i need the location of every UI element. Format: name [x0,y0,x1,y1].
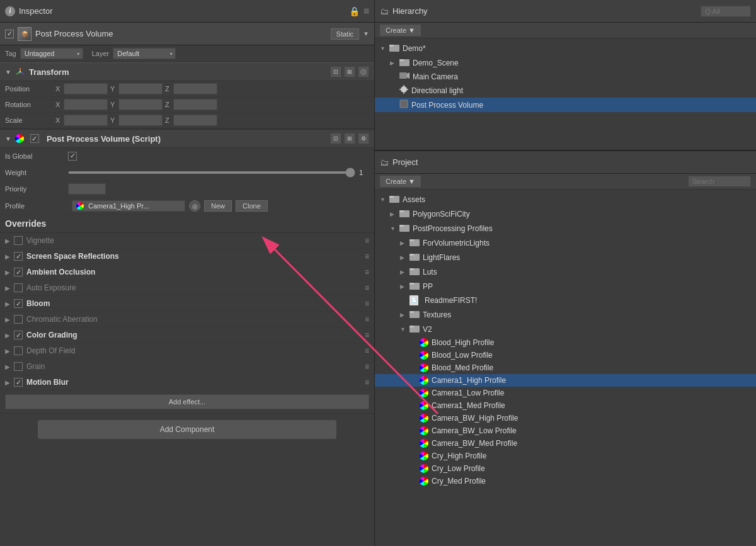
override-item[interactable]: ▶ Color Grading ≡ [0,327,374,343]
project-item[interactable]: Camera1_High Profile [375,374,756,387]
project-item[interactable]: ▶PolygonSciFiCity [375,207,756,221]
override-item[interactable]: ▶ Grain ≡ [0,359,374,375]
new-profile-button[interactable]: New [204,200,232,212]
scale-x-input[interactable]: 1 [64,115,108,126]
position-z-input[interactable]: 0 [173,83,217,94]
project-item[interactable]: ▶PP [375,279,756,293]
rotation-y-input[interactable]: 0 [118,99,163,110]
override-menu-icon[interactable]: ≡ [365,331,369,339]
project-item[interactable]: Blood_Low Profile [375,349,756,361]
project-item[interactable]: Cry_Low Profile [375,462,756,475]
override-menu-icon[interactable]: ≡ [365,236,369,245]
weight-label: Weight [5,169,68,176]
scale-y-input[interactable]: 1 [118,115,163,126]
layer-select-wrapper[interactable]: Default [113,48,176,59]
project-item[interactable]: ▼Assets [375,192,756,207]
transform-btn1[interactable]: ⊡ [330,66,341,77]
script-btn2[interactable]: ⊞ [344,133,355,144]
p-item-name: Cry_Med Profile [432,477,486,486]
profile-select-btn[interactable]: ◎ [189,200,200,212]
hierarchy-item[interactable]: ▶Demo_Scene [375,55,756,70]
project-create-button[interactable]: Create ▼ [380,176,421,187]
weight-slider[interactable] [68,171,355,174]
override-checkbox[interactable] [14,268,23,276]
override-checkbox[interactable] [14,378,23,387]
override-checkbox[interactable] [14,299,23,308]
override-item[interactable]: ▶ Depth Of Field ≡ [0,343,374,359]
override-checkbox[interactable] [14,236,23,245]
override-menu-icon[interactable]: ≡ [365,315,369,324]
project-item[interactable]: Camera1_Med Profile [375,399,756,412]
hierarchy-item[interactable]: Post Process Volume [375,98,756,112]
project-item[interactable]: 📄ReadmeFIRST! [375,293,756,307]
tag-select[interactable]: Untagged [20,48,83,59]
project-item[interactable]: ▶Textures [375,307,756,322]
override-item[interactable]: ▶ Chromatic Aberration ≡ [0,312,374,327]
transform-settings-btn[interactable]: ⚙ [358,66,369,77]
priority-input[interactable]: 1 [68,183,106,195]
project-item[interactable]: Camera1_Low Profile [375,387,756,399]
override-menu-icon[interactable]: ≡ [365,362,369,371]
override-item[interactable]: ▶ Motion Blur ≡ [0,375,374,390]
component-checkbox[interactable] [5,30,14,38]
is-global-checkbox[interactable] [68,152,77,161]
static-dropdown-arrow[interactable]: ▼ [363,30,369,37]
override-checkbox[interactable] [14,346,23,355]
override-menu-icon[interactable]: ≡ [365,346,369,355]
project-item[interactable]: Camera_BW_Low Profile [375,424,756,437]
tag-select-wrapper[interactable]: Untagged [20,48,83,59]
rotation-x-input[interactable]: 0 [64,99,108,110]
add-effect-button[interactable]: Add effect... [5,394,369,409]
override-checkbox[interactable] [14,331,23,339]
hierarchy-item[interactable]: ▼Demo* [375,41,756,55]
scale-z-input[interactable]: 1 [173,115,217,126]
position-y-input[interactable]: 0 [118,83,163,94]
project-item[interactable]: ▶LightFlares [375,250,756,264]
profile-asset[interactable]: Camera1_High Pr... [72,200,185,212]
position-x-input[interactable]: 0 [64,83,108,94]
static-button[interactable]: Static [331,28,360,40]
add-component-button[interactable]: Add Component [38,420,336,439]
project-item[interactable]: Camera_BW_High Profile [375,412,756,424]
tag-label: Tag [5,50,16,57]
project-item[interactable]: Camera_BW_Med Profile [375,437,756,450]
transform-header[interactable]: ▼ Transform ⊡ ⊞ ⚙ [0,62,374,81]
project-item[interactable]: ▼V2 [375,322,756,336]
project-toolbar: Create ▼ [375,174,756,190]
script-btn1[interactable]: ⊡ [330,133,341,144]
override-menu-icon[interactable]: ≡ [365,252,369,261]
project-item[interactable]: Cry_Med Profile [375,475,756,487]
override-checkbox[interactable] [14,252,23,261]
override-menu-icon[interactable]: ≡ [365,299,369,308]
override-checkbox[interactable] [14,362,23,371]
hierarchy-item[interactable]: Directional light [375,83,756,98]
override-menu-icon[interactable]: ≡ [365,378,369,387]
hierarchy-create-button[interactable]: Create ▼ [380,25,421,36]
override-item[interactable]: ▶ Bloom ≡ [0,296,374,312]
project-item[interactable]: ▼PostProcessing Profiles [375,221,756,236]
override-menu-icon[interactable]: ≡ [365,268,369,276]
lock-icon[interactable]: 🔒 [349,6,360,16]
project-item[interactable]: Cry_High Profile [375,450,756,462]
override-item[interactable]: ▶ Vignette ≡ [0,233,374,249]
transform-btn2[interactable]: ⊞ [344,66,355,77]
override-menu-icon[interactable]: ≡ [365,283,369,292]
script-checkbox[interactable] [30,134,39,143]
clone-profile-button[interactable]: Clone [236,200,268,212]
inspector-menu-icon[interactable]: ≡ [364,6,369,17]
project-item[interactable]: Blood_Med Profile [375,361,756,374]
project-item[interactable]: ▶ForVolumetricLights [375,236,756,250]
hierarchy-search[interactable] [701,6,751,17]
override-item[interactable]: ▶ Ambient Occlusion ≡ [0,264,374,280]
rotation-z-input[interactable]: 0 [173,99,217,110]
hierarchy-item[interactable]: Main Camera [375,70,756,83]
project-item[interactable]: Blood_High Profile [375,336,756,349]
project-item[interactable]: ▶Luts [375,264,756,279]
override-item[interactable]: ▶ Screen Space Reflections ≡ [0,249,374,264]
script-settings-btn[interactable]: ⚙ [358,133,369,144]
layer-select[interactable]: Default [113,48,176,59]
override-checkbox[interactable] [14,315,23,324]
override-item[interactable]: ▶ Auto Exposure ≡ [0,280,374,296]
override-checkbox[interactable] [14,283,23,292]
project-search[interactable] [688,176,751,187]
